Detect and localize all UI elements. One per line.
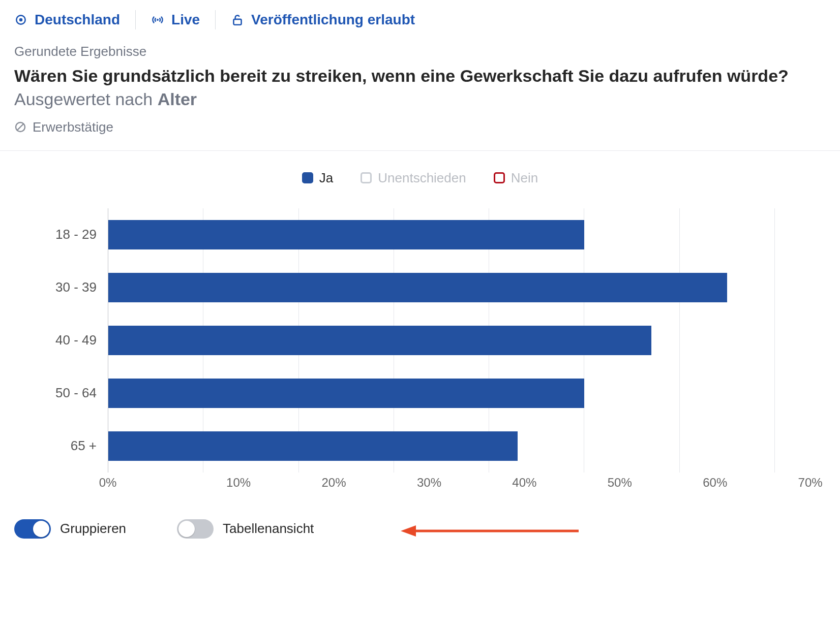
svg-point-2 — [157, 19, 159, 21]
svg-point-1 — [19, 18, 23, 22]
live-indicator[interactable]: Live — [151, 12, 200, 28]
category-label: 40 - 49 — [26, 314, 108, 367]
view-toggles: Gruppieren Tabellenansicht — [14, 519, 826, 539]
annotation-arrow-icon — [401, 523, 584, 539]
chart-x-axis: 0% 10%20%30%40%50%60%70% — [26, 476, 775, 499]
filter-slash-icon — [14, 121, 26, 133]
bar[interactable] — [108, 379, 584, 408]
chart-y-labels: 18 - 2930 - 3940 - 4950 - 6465 + — [26, 208, 108, 473]
x-tick-label: 70% — [727, 476, 822, 499]
legend-item-nein[interactable]: Nein — [494, 170, 538, 186]
bar[interactable] — [108, 431, 518, 461]
legend-label: Nein — [511, 170, 538, 186]
filter-label: Erwerbstätige — [33, 119, 113, 135]
bar-row — [108, 420, 775, 473]
category-label: 30 - 39 — [26, 261, 108, 314]
category-label: 18 - 29 — [26, 208, 108, 261]
bar-row — [108, 208, 775, 261]
legend-item-ja[interactable]: Ja — [302, 170, 333, 186]
bar[interactable] — [108, 326, 651, 355]
eyebrow: Gerundete Ergebnisse — [14, 44, 826, 59]
bar[interactable] — [108, 220, 584, 249]
analysed-by-dimension: Alter — [158, 89, 197, 109]
chart-legend: Ja Unentschieden Nein — [14, 170, 826, 186]
x-tick-label: 20% — [251, 476, 346, 499]
chart: 18 - 2930 - 3940 - 4950 - 6465 + 0% 10%2… — [26, 208, 775, 499]
analysed-by-prefix: Ausgewertet nach — [14, 89, 158, 109]
svg-rect-3 — [233, 19, 241, 25]
filter-row: Erwerbstätige — [14, 119, 826, 135]
publish-label: Veröffentlichung erlaubt — [251, 12, 415, 28]
status-bar: Deutschland Live Veröffentlichung erlaub… — [14, 10, 826, 29]
legend-swatch-icon — [361, 172, 372, 183]
x-tick-label: 0% — [99, 476, 117, 490]
legend-label: Ja — [319, 170, 333, 186]
x-tick-label: 50% — [536, 476, 632, 499]
x-tick-label: 40% — [441, 476, 536, 499]
legend-swatch-icon — [494, 172, 505, 183]
x-tick-label: 10% — [156, 476, 251, 499]
bar-row — [108, 314, 775, 367]
publish-indicator[interactable]: Veröffentlichung erlaubt — [231, 12, 415, 28]
legend-item-unentschieden[interactable]: Unentschieden — [361, 170, 466, 186]
broadcast-icon — [151, 13, 164, 26]
toggle-label: Gruppieren — [60, 521, 126, 537]
country-label: Deutschland — [35, 12, 120, 28]
location-pin-icon — [14, 13, 27, 26]
chart-plot-area — [108, 208, 775, 473]
switch-icon — [177, 519, 214, 539]
legend-label: Unentschieden — [378, 170, 466, 186]
group-toggle[interactable]: Gruppieren — [14, 519, 126, 539]
separator — [215, 10, 216, 29]
x-tick-label: 60% — [632, 476, 727, 499]
separator — [135, 10, 136, 29]
question-text: Wären Sie grundsätzlich bereit zu streik… — [14, 66, 789, 85]
bar[interactable] — [108, 273, 727, 302]
svg-line-5 — [17, 124, 23, 130]
page-title: Wären Sie grundsätzlich bereit zu streik… — [14, 65, 826, 111]
svg-marker-7 — [401, 525, 416, 537]
unlock-icon — [231, 13, 244, 26]
country-selector[interactable]: Deutschland — [14, 12, 120, 28]
chart-bars — [108, 208, 775, 473]
bar-row — [108, 367, 775, 420]
bar-row — [108, 261, 775, 314]
category-label: 65 + — [26, 420, 108, 473]
legend-swatch-icon — [302, 172, 313, 183]
divider — [0, 150, 840, 151]
live-label: Live — [171, 12, 200, 28]
switch-icon — [14, 519, 51, 539]
toggle-label: Tabellenansicht — [223, 521, 314, 537]
table-view-toggle[interactable]: Tabellenansicht — [177, 519, 314, 539]
x-tick-label: 30% — [346, 476, 441, 499]
category-label: 50 - 64 — [26, 367, 108, 420]
